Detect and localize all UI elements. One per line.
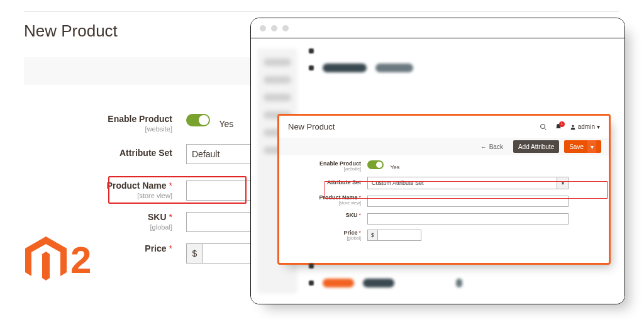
- magento2-logo: 2: [25, 236, 91, 284]
- toggle-enable-product[interactable]: [186, 114, 210, 126]
- pp-price-text: Price: [343, 230, 357, 236]
- popup-product-form: Enable Product [website] Yes Attribute S…: [279, 155, 609, 241]
- chevron-down-icon: ▾: [557, 177, 568, 189]
- scope-enable: [website]: [24, 125, 172, 133]
- pp-toggle-enable[interactable]: [367, 160, 384, 169]
- save-dropdown-icon[interactable]: ▾: [587, 140, 596, 153]
- label-attribute-set: Attribute Set: [24, 144, 186, 158]
- pp-label-pname: Product Name* [store view]: [291, 194, 367, 205]
- label-attribute-set-text: Attribute Set: [119, 148, 172, 158]
- label-enable-product-text: Enable Product: [108, 114, 172, 124]
- svg-point-2: [572, 125, 574, 126]
- svg-line-1: [544, 128, 546, 130]
- pp-sku-text: SKU: [345, 212, 357, 218]
- magento-two-text: 2: [70, 242, 91, 279]
- divider-top: [24, 11, 619, 12]
- pp-attribute-set-select[interactable]: Custom Attribute Set ▾: [367, 177, 569, 189]
- pp-enable-value: Yes: [390, 164, 399, 170]
- pp-pname-scope: [store view]: [291, 201, 361, 205]
- pp-price-prefix: $: [367, 230, 377, 241]
- pp-product-name-input[interactable]: [367, 196, 569, 207]
- pp-price-input[interactable]: [377, 230, 421, 241]
- browser-window: New Product 1 admin ▾ ← Back Add A: [250, 18, 625, 304]
- add-attribute-button[interactable]: Add Attribute: [513, 140, 559, 153]
- scope-product-name: [store view]: [24, 192, 172, 199]
- svg-point-0: [540, 124, 545, 128]
- save-label: Save: [569, 143, 584, 150]
- pp-price-scope: [global]: [291, 236, 361, 240]
- search-icon[interactable]: [540, 123, 547, 131]
- save-button[interactable]: Save ▾: [564, 140, 601, 153]
- label-sku: SKU* [global]: [24, 212, 186, 231]
- price-currency-prefix: $: [186, 243, 203, 264]
- window-titlebar: [251, 18, 625, 38]
- chevron-down-icon: ▾: [597, 123, 600, 130]
- back-label: Back: [489, 143, 503, 150]
- back-button[interactable]: ← Back: [475, 140, 508, 153]
- traffic-light-close-icon[interactable]: [260, 25, 266, 31]
- pp-pname-text: Product Name: [319, 194, 357, 201]
- scope-sku: [global]: [24, 223, 172, 231]
- pp-label-price: Price* [global]: [291, 230, 367, 240]
- traffic-light-max-icon[interactable]: [282, 25, 289, 31]
- traffic-light-min-icon[interactable]: [271, 25, 277, 31]
- admin-account-menu[interactable]: admin ▾: [570, 123, 600, 130]
- popup-action-bar: ← Back Add Attribute Save ▾: [279, 138, 609, 155]
- blurred-content-below: [309, 264, 614, 297]
- pp-enable-text: Enable Product: [319, 160, 361, 167]
- pp-label-attrset: Attribute Set: [291, 177, 367, 186]
- new-product-popup: New Product 1 admin ▾ ← Back Add A: [277, 114, 611, 265]
- pp-label-enable: Enable Product [website]: [291, 160, 367, 171]
- add-attribute-label: Add Attribute: [518, 143, 554, 150]
- pp-attrset-value: Custom Attribute Set: [372, 180, 424, 186]
- label-sku-text: SKU: [148, 212, 167, 222]
- label-price-text: Price: [145, 243, 166, 253]
- pp-enable-scope: [website]: [291, 167, 361, 171]
- notification-icon[interactable]: 1: [555, 123, 562, 131]
- label-enable-product: Enable Product [website]: [24, 114, 186, 133]
- magento-icon: [25, 236, 67, 284]
- user-icon: [570, 124, 576, 130]
- blurred-header: [309, 48, 614, 82]
- label-product-name-text: Product Name: [107, 180, 167, 191]
- enable-value: Yes: [219, 119, 233, 129]
- admin-label: admin: [578, 123, 595, 130]
- notification-count: 1: [559, 121, 565, 127]
- popup-page-title: New Product: [288, 122, 335, 131]
- pp-sku-input[interactable]: [367, 213, 569, 225]
- attribute-set-value: Default: [192, 149, 219, 159]
- pp-label-sku: SKU*: [291, 212, 367, 218]
- label-product-name: Product Name* [store view]: [24, 180, 186, 199]
